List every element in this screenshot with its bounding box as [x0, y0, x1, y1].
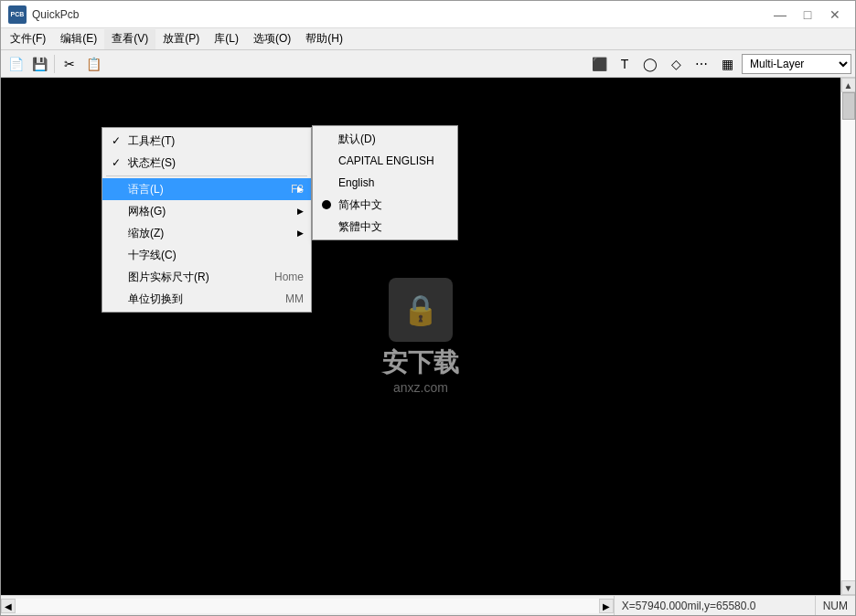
toolbar-new[interactable]: 📄: [5, 53, 27, 75]
menu-view-actualsize[interactable]: 图片实标尺寸(R) Home: [102, 266, 311, 288]
menu-view-toolbar[interactable]: ✓ 工具栏(T): [102, 130, 311, 152]
menu-view[interactable]: 查看(V): [104, 29, 155, 49]
menu-view-zoom[interactable]: 缩放(Z): [102, 222, 311, 244]
toolbar-cut[interactable]: ✂: [59, 53, 80, 75]
toolbar-grid-view[interactable]: ▦: [716, 53, 738, 75]
scrollbar-bottom: ◀ ▶: [1, 599, 614, 613]
view-menu: ✓ 工具栏(T) ✓ 状态栏(S) 语言(L) F8 网: [102, 127, 312, 313]
lang-submenu: 默认(D) CAPITAL ENGLISH English 简体中文: [312, 125, 458, 240]
toolbar-save[interactable]: 💾: [28, 53, 50, 75]
status-coordinates: X=57940.000mil,y=65580.0: [614, 596, 815, 615]
scrollbar-right: ▲ ▼: [840, 78, 855, 595]
menu-edit[interactable]: 编辑(E): [53, 29, 104, 49]
menu-options[interactable]: 选项(O): [246, 29, 298, 49]
lang-english[interactable]: English: [313, 172, 457, 194]
toolbar: 📄 💾 ✂ 📋 ⬛ T ◯ ◇ ⋯ ▦ Multi-Layer Top Laye…: [1, 50, 855, 78]
menu-view-statusbar[interactable]: ✓ 状态栏(S): [102, 152, 311, 174]
lang-simplified-chinese[interactable]: 简体中文: [313, 194, 457, 216]
lang-capital-english[interactable]: CAPITAL ENGLISH: [313, 150, 457, 172]
close-button[interactable]: ✕: [822, 5, 848, 25]
lang-default[interactable]: 默认(D): [313, 128, 457, 150]
dropdown-container: ✓ 工具栏(T) ✓ 状态栏(S) 语言(L) F8 网: [102, 127, 312, 313]
scroll-thumb[interactable]: [842, 92, 855, 120]
statusbar: ◀ ▶ X=57940.000mil,y=65580.0 NUM: [1, 595, 855, 615]
layer-select[interactable]: Multi-Layer Top Layer Bottom Layer: [742, 54, 851, 74]
scroll-up-arrow[interactable]: ▲: [841, 78, 856, 92]
lang-traditional-chinese[interactable]: 繁體中文: [313, 216, 457, 238]
simplified-chinese-bullet: [320, 200, 333, 209]
watermark-icon: 🔒: [389, 278, 453, 342]
window-title: QuickPcb: [32, 8, 79, 21]
watermark-text: 安下载: [382, 345, 459, 380]
scroll-left-arrow[interactable]: ◀: [1, 599, 16, 613]
scroll-right-arrow[interactable]: ▶: [599, 599, 614, 613]
menu-place[interactable]: 放置(P): [155, 29, 207, 49]
menubar: 文件(F) 编辑(E) 查看(V) 放置(P) 库(L) 选项(O) 帮助(H): [1, 28, 855, 50]
scroll-track[interactable]: [841, 92, 856, 580]
statusbar-check: ✓: [110, 156, 123, 169]
toolbar-shape[interactable]: ◇: [665, 53, 687, 75]
menu-lib[interactable]: 库(L): [207, 29, 246, 49]
toolbar-text[interactable]: T: [614, 53, 636, 75]
menu-help[interactable]: 帮助(H): [298, 29, 350, 49]
scroll-down-arrow[interactable]: ▼: [841, 580, 856, 595]
view-sep1: [106, 175, 307, 176]
maximize-button[interactable]: □: [795, 5, 820, 25]
hscroll-track[interactable]: [16, 599, 599, 613]
menu-view-unitswitch[interactable]: 单位切换到 MM: [102, 288, 311, 310]
watermark: 🔒 安下载 anxz.com: [382, 278, 459, 395]
main-area: 🔒 安下载 anxz.com ▲ ▼ ✓ 工具栏(T): [1, 78, 855, 595]
menu-view-language[interactable]: 语言(L) F8: [102, 178, 311, 200]
toolbar-right: ⬛ T ◯ ◇ ⋯ ▦ Multi-Layer Top Layer Bottom…: [588, 53, 851, 75]
toolbar-check: ✓: [110, 134, 123, 147]
titlebar-controls: — □ ✕: [767, 5, 848, 25]
titlebar: PCB QuickPcb — □ ✕: [1, 1, 855, 28]
toolbar-paste[interactable]: 📋: [82, 53, 104, 75]
status-num: NUM: [815, 596, 855, 615]
toolbar-arc[interactable]: ◯: [639, 53, 661, 75]
menu-view-grid[interactable]: 网格(G): [102, 200, 311, 222]
main-window: PCB QuickPcb — □ ✕ 文件(F) 编辑(E) 查看(V) 放置(…: [0, 0, 856, 616]
minimize-button[interactable]: —: [767, 5, 793, 25]
menu-view-crosshair[interactable]: 十字线(C): [102, 244, 311, 266]
titlebar-left: PCB QuickPcb: [8, 5, 79, 24]
toolbar-sep1: [54, 55, 55, 73]
toolbar-rect[interactable]: ⬛: [588, 53, 610, 75]
watermark-sub: anxz.com: [382, 380, 459, 395]
app-icon: PCB: [8, 5, 27, 24]
toolbar-dotted[interactable]: ⋯: [690, 53, 712, 75]
menu-file[interactable]: 文件(F): [3, 29, 53, 49]
